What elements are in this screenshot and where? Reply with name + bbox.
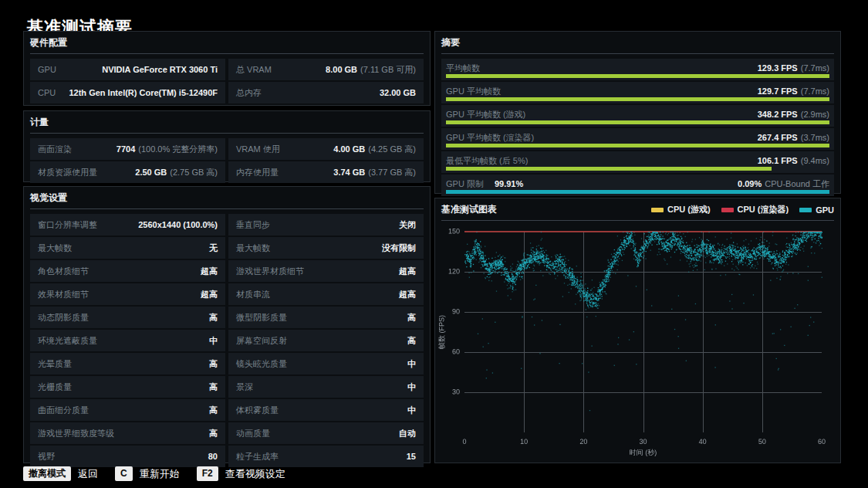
setting-value-group: 80 bbox=[208, 452, 218, 461]
setting-row: 曲面细分质量 高 bbox=[30, 399, 225, 421]
legend-label: CPU (渲染器) bbox=[738, 204, 789, 215]
setting-label: 粒子生成率 bbox=[236, 451, 279, 463]
summary-row-line: GPU 限制 99.91% 0.09%CPU-Bound 工作 bbox=[446, 178, 829, 190]
setting-value-group: 2560x1440 (100.0%) bbox=[138, 220, 218, 229]
setting-value: 中 bbox=[407, 382, 416, 391]
row-value-group: 4.00 GB(4.25 GB 高) bbox=[333, 144, 416, 155]
setting-value-group: 超高 bbox=[201, 289, 218, 300]
summary-value: 129.3 FPS bbox=[758, 63, 798, 73]
setting-row: 垂直同步 关闭 bbox=[228, 214, 424, 236]
benchmark-summary-page: 基准测试摘要 硬件配置 GPU NVIDIA GeForce RTX 3060 … bbox=[0, 0, 868, 488]
summary-value-group: 267.4 FPS(3.7ms) bbox=[758, 133, 829, 142]
setting-row: 环境光遮蔽质量 中 bbox=[30, 330, 225, 351]
row-value: 32.00 GB bbox=[380, 88, 416, 97]
summary-row: 最低平均帧数 (后 5%) 106.1 FPS(9.4ms) bbox=[441, 151, 834, 173]
summary-value: 129.7 FPS bbox=[758, 86, 798, 96]
setting-row: 微型阴影质量 高 bbox=[228, 307, 424, 328]
row-value: NVIDIA GeForce RTX 3060 Ti bbox=[102, 65, 218, 74]
legend-item: GPU bbox=[799, 205, 834, 215]
setting-value-group: 中 bbox=[407, 358, 416, 370]
summary-label: GPU 限制 bbox=[446, 178, 484, 190]
setting-label: 景深 bbox=[236, 381, 253, 393]
summary-row-line: GPU 平均帧数 (渲染器) 267.4 FPS(3.7ms) bbox=[446, 132, 829, 144]
setting-label: 游戏世界细致度等级 bbox=[38, 428, 114, 439]
row-label: 材质资源使用量 bbox=[38, 167, 97, 178]
setting-value-group: 高 bbox=[209, 405, 218, 416]
setting-label: 镜头眩光质量 bbox=[236, 358, 287, 370]
setting-value-group: 高 bbox=[209, 428, 218, 439]
summary-row-line: GPU 平均帧数 129.7 FPS(7.7ms) bbox=[446, 86, 829, 97]
key-action-label: 重新开始 bbox=[140, 467, 180, 481]
setting-row: 窗口分辨率调整 2560x1440 (100.0%) bbox=[30, 214, 225, 236]
summary-row-line: GPU 平均帧数 (游戏) 348.2 FPS(2.9ms) bbox=[446, 109, 829, 120]
legend-swatch-icon bbox=[799, 208, 812, 212]
setting-value: 中 bbox=[407, 405, 416, 415]
row-value-group: 7704(100.0% 完整分辨率) bbox=[117, 144, 218, 155]
setting-value: 中 bbox=[209, 336, 218, 345]
setting-value: 超高 bbox=[399, 266, 416, 276]
row-value: 2.50 GB bbox=[135, 168, 167, 177]
setting-label: 光栅质量 bbox=[38, 381, 72, 393]
setting-label: 游戏世界材质细节 bbox=[236, 266, 304, 277]
footer-action-button[interactable]: 撤离模式 返回 bbox=[23, 466, 98, 481]
setting-row: 材质串流 超高 bbox=[228, 283, 424, 305]
panel-benchmark-chart: 基准测试图表 CPU (游戏) CPU (渲染器) GPU bbox=[434, 198, 841, 463]
setting-label: 动态阴影质量 bbox=[38, 312, 89, 324]
summary-value: 348.2 FPS bbox=[758, 110, 798, 119]
setting-label: 最大帧数 bbox=[236, 242, 270, 254]
setting-value-group: 中 bbox=[209, 335, 218, 347]
setting-value-group: 超高 bbox=[201, 266, 218, 277]
setting-value-group: 关闭 bbox=[399, 219, 416, 231]
setting-value-group: 高 bbox=[209, 381, 218, 393]
footer-action-button[interactable]: C 重新开始 bbox=[115, 466, 180, 481]
row-note: (3.77 GB 高) bbox=[368, 168, 416, 177]
setting-value-group: 高 bbox=[209, 312, 218, 324]
setting-value: 中 bbox=[407, 359, 416, 368]
row-value-group: 2.50 GB(2.75 GB 高) bbox=[135, 167, 218, 178]
setting-value-group: 自动 bbox=[399, 428, 416, 439]
chart-header: 基准测试图表 CPU (游戏) CPU (渲染器) GPU bbox=[441, 198, 834, 221]
summary-bar-track bbox=[446, 144, 829, 147]
hardware-row: CPU 12th Gen Intel(R) Core(TM) i5-12490F bbox=[30, 82, 225, 103]
summary-bar bbox=[446, 190, 829, 194]
setting-value-group: 无 bbox=[209, 242, 218, 254]
key-badge: C bbox=[115, 466, 133, 481]
setting-value-group: 高 bbox=[407, 312, 416, 324]
setting-row: 游戏世界材质细节 超高 bbox=[228, 260, 424, 282]
summary-row: GPU 平均帧数 (游戏) 348.2 FPS(2.9ms) bbox=[441, 105, 834, 127]
hardware-row: 总 VRAM 8.00 GB(7.11 GB 可用) bbox=[228, 59, 424, 80]
metrics-row: 画面渲染 7704(100.0% 完整分辨率) bbox=[30, 138, 225, 160]
summary-note: (2.9ms) bbox=[801, 110, 829, 119]
setting-value: 15 bbox=[407, 452, 416, 461]
summary-value: 267.4 FPS bbox=[758, 133, 798, 142]
setting-value: 高 bbox=[209, 313, 218, 322]
summary-row: 平均帧数 129.3 FPS(7.7ms) bbox=[441, 59, 834, 80]
summary-label-value: 99.91% bbox=[495, 179, 523, 188]
benchmark-chart-canvas bbox=[435, 221, 840, 462]
setting-value: 超高 bbox=[399, 290, 416, 299]
setting-label: 微型阴影质量 bbox=[236, 312, 287, 324]
footer-action-button[interactable]: F2 查看视频设定 bbox=[197, 466, 285, 481]
row-note: (100.0% 完整分辨率) bbox=[138, 144, 218, 154]
panel-visual-title: 视觉设置 bbox=[30, 187, 424, 209]
summary-label: GPU 平均帧数 (渲染器) bbox=[446, 132, 534, 144]
row-note: (7.11 GB 可用) bbox=[360, 65, 416, 74]
setting-row: 动态阴影质量 高 bbox=[30, 307, 225, 328]
setting-label: 动画质量 bbox=[236, 428, 270, 439]
setting-value: 关闭 bbox=[399, 220, 416, 229]
panel-summary: 摘要 平均帧数 129.3 FPS(7.7ms) GPU 平均帧 bbox=[434, 31, 841, 194]
summary-bar bbox=[446, 74, 829, 78]
metrics-row: 材质资源使用量 2.50 GB(2.75 GB 高) bbox=[30, 161, 225, 183]
summary-row-line: 平均帧数 129.3 FPS(7.7ms) bbox=[446, 63, 829, 74]
setting-row: 视野 80 bbox=[30, 446, 225, 467]
row-value: 3.74 GB bbox=[333, 168, 365, 177]
visual-rows: 窗口分辨率调整 2560x1440 (100.0%) 垂直同步 关闭 最大帧数 … bbox=[24, 209, 430, 472]
setting-label: 窗口分辨率调整 bbox=[38, 219, 97, 231]
summary-label: 最低平均帧数 (后 5%) bbox=[446, 155, 528, 167]
row-label: CPU bbox=[38, 88, 56, 97]
summary-note: (3.7ms) bbox=[801, 133, 829, 142]
summary-bar bbox=[446, 97, 829, 101]
row-value: 8.00 GB bbox=[326, 65, 357, 74]
row-value-group: 3.74 GB(3.77 GB 高) bbox=[333, 167, 416, 178]
setting-value-group: 高 bbox=[209, 358, 218, 370]
